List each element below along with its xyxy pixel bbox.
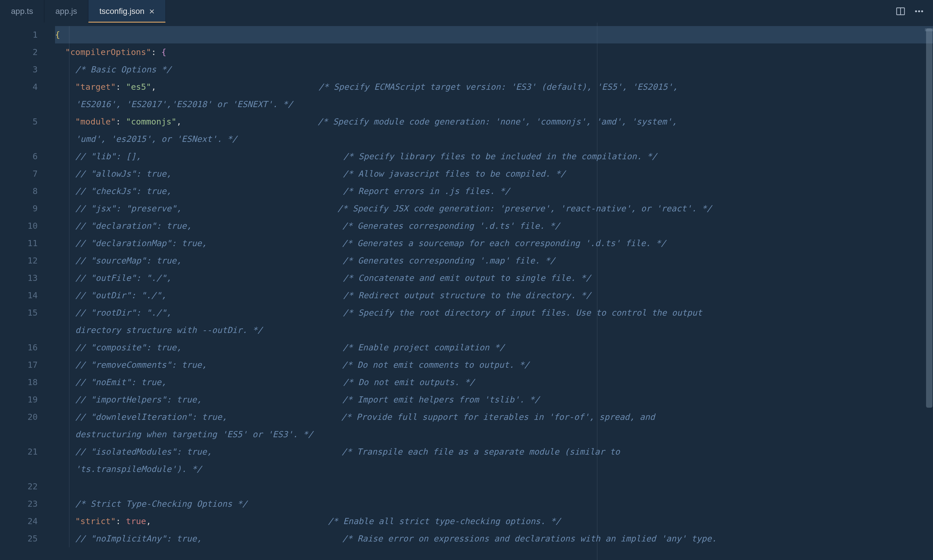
code-line-wrap[interactable]: 'umd', 'es2015', or 'ESNext'. */ (55, 130, 933, 148)
code-line[interactable]: // "declarationMap": true,/* Generates a… (55, 235, 933, 252)
close-icon[interactable]: × (149, 7, 155, 16)
editor-actions (887, 0, 933, 23)
line-number: 3 (0, 61, 55, 78)
json-key: "module" (76, 117, 116, 126)
line-number: 22 (0, 478, 55, 495)
code-line[interactable]: // "rootDir": "./",/* Specify the root d… (55, 304, 933, 322)
code-line[interactable]: "compilerOptions": { (55, 43, 933, 61)
code-line-wrap[interactable]: 'ES2016', 'ES2017','ES2018' or 'ESNEXT'.… (55, 95, 933, 113)
more-actions-icon[interactable] (914, 6, 924, 17)
code-line[interactable]: // "downlevelIteration": true,/* Provide… (55, 408, 933, 426)
line-number: 10 (0, 217, 55, 235)
svg-point-3 (918, 11, 920, 12)
line-number: 6 (0, 148, 55, 165)
comment: /* Report errors in .js files. */ (343, 186, 510, 196)
line-number: 23 (0, 495, 55, 512)
json-bool: true (126, 516, 146, 526)
line-number (0, 95, 55, 113)
tab-app-js[interactable]: app.js (44, 0, 88, 23)
comment: /* Generates a sourcemap for each corres… (342, 238, 666, 248)
line-number (0, 322, 55, 339)
split-editor-icon[interactable] (895, 6, 906, 17)
code-line[interactable] (55, 478, 933, 495)
code-line-wrap[interactable]: directory structure with --outDir. */ (55, 322, 933, 339)
json-key: "strict" (76, 516, 116, 526)
line-number: 11 (0, 235, 55, 252)
code-line[interactable]: // "composite": true,/* Enable project c… (55, 339, 933, 356)
line-number: 14 (0, 287, 55, 304)
comment: /* Generates corresponding '.map' file. … (343, 256, 555, 266)
code-line[interactable]: // "checkJs": true,/* Report errors in .… (55, 182, 933, 200)
editor[interactable]: 1234567891011121314151617181920212223242… (0, 23, 933, 560)
code-line-wrap[interactable]: destructuring when targeting 'ES5' or 'E… (55, 426, 933, 443)
comment: /* Transpile each file as a separate mod… (342, 447, 625, 457)
code-line[interactable]: // "outFile": "./",/* Concatenate and em… (55, 269, 933, 287)
comment: // "isolatedModules": true, (76, 447, 212, 457)
tabs-container: app.ts app.js tsconfig.json × (0, 0, 887, 23)
code-line[interactable]: // "outDir": "./",/* Redirect output str… (55, 287, 933, 304)
comment: /* Specify library files to be included … (343, 151, 657, 161)
code-line[interactable]: /* Strict Type-Checking Options */ (55, 495, 933, 512)
code-line[interactable]: { (55, 26, 933, 43)
code-line[interactable]: // "noEmit": true,/* Do not emit outputs… (55, 374, 933, 391)
code-content[interactable]: { "compilerOptions": { /* Basic Options … (55, 23, 933, 560)
line-number: 12 (0, 252, 55, 269)
line-number-gutter: 1234567891011121314151617181920212223242… (0, 23, 55, 560)
comment: /* Concatenate and emit output to single… (343, 273, 591, 283)
code-line[interactable]: // "isolatedModules": true,/* Transpile … (55, 443, 933, 460)
comment: /* Specify the root directory of input f… (343, 308, 707, 318)
vertical-scrollbar[interactable] (925, 23, 933, 560)
comment: /* Provide full support for iterables in… (341, 412, 660, 422)
code-line[interactable]: // "jsx": "preserve",/* Specify JSX code… (55, 200, 933, 217)
code-line[interactable]: // "lib": [],/* Specify library files to… (55, 148, 933, 165)
code-line[interactable]: // "declaration": true,/* Generates corr… (55, 217, 933, 235)
tab-app-ts[interactable]: app.ts (0, 0, 44, 23)
code-line[interactable]: // "allowJs": true,/* Allow javascript f… (55, 165, 933, 182)
comment: // "jsx": "preserve", (76, 203, 182, 214)
code-line[interactable]: // "noImplicitAny": true,/* Raise error … (55, 530, 933, 547)
comment: // "outDir": "./", (76, 291, 166, 300)
comment: /* Redirect output structure to the dire… (343, 291, 591, 300)
comment: 'umd', 'es2015', or 'ESNext'. */ (76, 134, 237, 144)
code-line[interactable]: "strict": true,/* Enable all strict type… (55, 512, 933, 530)
svg-point-4 (921, 11, 923, 12)
json-key: "compilerOptions" (65, 47, 151, 57)
tab-label: app.js (56, 7, 77, 16)
code-line[interactable]: /* Basic Options */ (55, 61, 933, 78)
code-line-wrap[interactable]: 'ts.transpileModule'). */ (55, 460, 933, 478)
tab-tsconfig-json[interactable]: tsconfig.json × (88, 0, 166, 23)
json-string: "commonjs" (126, 117, 176, 126)
line-number: 5 (0, 113, 55, 130)
line-number: 15 (0, 304, 55, 322)
comment: /* Do not emit outputs. */ (343, 377, 475, 387)
comment: /* Raise error on expressions and declar… (342, 534, 722, 543)
line-number (0, 460, 55, 478)
code-line[interactable]: "module": "commonjs",/* Specify module c… (55, 113, 933, 130)
comment: /* Basic Options */ (76, 65, 171, 74)
comment: /* Import emit helpers from 'tslib'. */ (342, 395, 540, 405)
comment: // "outFile": "./", (76, 273, 171, 283)
comment: 'ES2016', 'ES2017','ES2018' or 'ESNEXT'.… (76, 99, 293, 109)
comment: /* Specify module code generation: 'none… (318, 117, 682, 126)
code-line[interactable]: // "importHelpers": true,/* Import emit … (55, 391, 933, 408)
json-string: "es5" (126, 82, 151, 92)
json-key: "target" (76, 82, 116, 92)
comment: directory structure with --outDir. */ (76, 325, 262, 335)
code-line[interactable]: // "sourceMap": true,/* Generates corres… (55, 252, 933, 269)
line-number: 17 (0, 356, 55, 374)
line-number: 9 (0, 200, 55, 217)
line-number: 1 (0, 26, 55, 43)
line-number: 21 (0, 443, 55, 460)
comment: /* Specify ECMAScript target version: 'E… (318, 82, 683, 92)
tab-label: tsconfig.json (99, 7, 145, 16)
code-line[interactable]: // "removeComments": true,/* Do not emit… (55, 356, 933, 374)
line-number: 8 (0, 182, 55, 200)
comment: // "noEmit": true, (76, 377, 166, 387)
comment: /* Do not emit comments to output. */ (342, 360, 529, 370)
code-line[interactable]: "target": "es5",/* Specify ECMAScript ta… (55, 78, 933, 95)
comment: // "composite": true, (76, 343, 182, 352)
scrollbar-thumb[interactable] (926, 28, 932, 408)
line-number: 20 (0, 408, 55, 426)
comment: // "removeComments": true, (76, 360, 207, 370)
comment: 'ts.transpileModule'). */ (76, 464, 202, 474)
